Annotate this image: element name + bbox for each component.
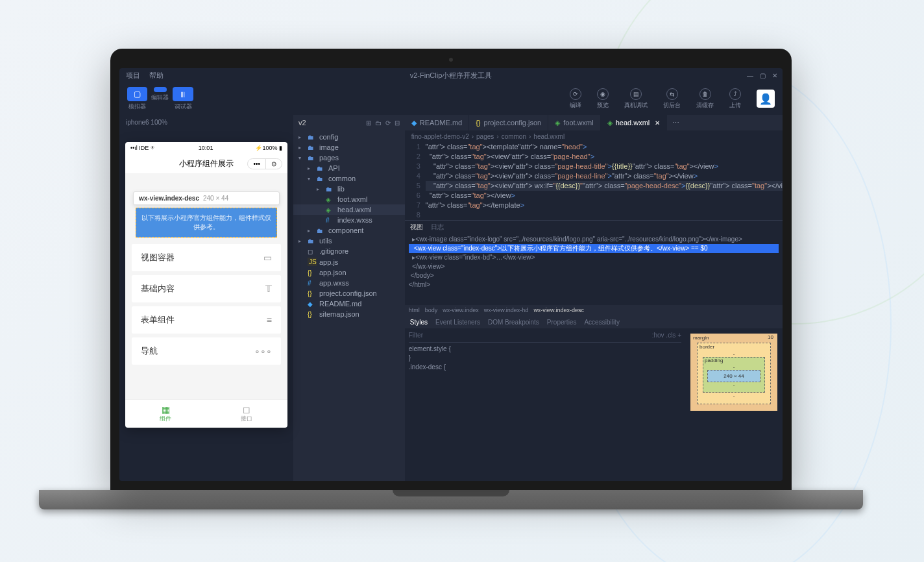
minimize-icon[interactable]: —	[747, 72, 753, 79]
crumb-item[interactable]: wx-view.index-desc	[533, 307, 584, 313]
editor-tab[interactable]: ◆README.md	[405, 115, 469, 130]
app-screen: 项目帮助 v2-FinClip小程序开发工具 — ▢ ✕ ▢模拟器编辑器⫼调试器…	[119, 68, 783, 481]
tree-node[interactable]: {}app.json	[293, 267, 405, 278]
new-folder-icon[interactable]: 🗀	[375, 119, 382, 127]
action-编译[interactable]: ⟳编译	[566, 88, 585, 110]
page-title: 小程序组件展示	[179, 158, 234, 169]
menu-item[interactable]: 帮助	[149, 71, 164, 80]
tree-node[interactable]: {}project.config.json	[293, 288, 405, 299]
mode-button[interactable]: ▢	[127, 87, 147, 101]
action-预览[interactable]: ◉预览	[593, 88, 613, 110]
title-bar: 项目帮助 v2-FinClip小程序开发工具 — ▢ ✕	[119, 68, 783, 82]
styles-tabs: StylesEvent ListenersDOM BreakpointsProp…	[405, 315, 783, 328]
dom-tree[interactable]: ▸<wx-image class="index-logo" src="../re…	[405, 234, 783, 305]
toolbar: ▢模拟器编辑器⫼调试器 ⟳编译◉预览▤真机调试⇆切后台🗑清缓存⤴上传 👤	[119, 82, 783, 115]
action-清缓存[interactable]: 🗑清缓存	[692, 88, 718, 110]
laptop-mockup: 项目帮助 v2-FinClip小程序开发工具 — ▢ ✕ ▢模拟器编辑器⫼调试器…	[110, 49, 792, 509]
tree-node[interactable]: ◈head.wxml	[293, 204, 405, 215]
device-indicator: iphone6 100%	[119, 115, 293, 129]
editor-tabs: ◆README.md{}project.config.json◈foot.wxm…	[405, 115, 783, 130]
tree-node[interactable]: #app.wxss	[293, 278, 405, 288]
tree-node[interactable]: ▾🖿pages	[293, 153, 405, 163]
new-file-icon[interactable]: ⊞	[366, 119, 371, 127]
style-tab[interactable]: Styles	[410, 319, 428, 326]
action-上传[interactable]: ⤴上传	[725, 88, 745, 110]
project-root: v2	[298, 119, 306, 127]
window-title: v2-FinClip小程序开发工具	[410, 71, 492, 80]
collapse-icon[interactable]: ⊟	[395, 119, 400, 127]
refresh-icon[interactable]: ⟳	[385, 119, 391, 127]
style-tab[interactable]: DOM Breakpoints	[488, 319, 539, 326]
highlighted-element[interactable]: 以下将展示小程序官方组件能力，组件样式仅供参考。	[136, 208, 277, 238]
close-icon[interactable]: ✕	[772, 72, 777, 79]
tree-node[interactable]: ◻.gitignore	[293, 246, 405, 256]
window-controls[interactable]: — ▢ ✕	[747, 72, 777, 79]
tree-node[interactable]: {}sitemap.json	[293, 309, 405, 319]
tree-node[interactable]: ◆README.md	[293, 299, 405, 309]
style-tab[interactable]: Accessibility	[584, 319, 619, 326]
tree-node[interactable]: ▸🖿component	[293, 225, 405, 236]
breadcrumb: fino-applet-demo-v2 › pages › common › h…	[405, 130, 783, 142]
maximize-icon[interactable]: ▢	[760, 72, 766, 79]
crumb-item[interactable]: body	[425, 307, 438, 313]
tabbar-item[interactable]: ◻接口	[206, 400, 287, 428]
list-item[interactable]: 基础内容𝕋	[132, 275, 281, 302]
mode-button[interactable]: ⫼	[173, 87, 193, 101]
editor-tab[interactable]: ◈head.wxml✕	[601, 115, 668, 130]
phone-status-bar: ••ıl IDE ᯤ 10:01 ⚡100% ▮	[125, 142, 287, 154]
simulator-panel: iphone6 100% ••ıl IDE ᯤ 10:01 ⚡100% ▮ 小程…	[119, 115, 293, 481]
phone-nav-bar: 小程序组件展示 •••⊙	[125, 154, 287, 173]
tree-node[interactable]: ▸🖿utils	[293, 236, 405, 246]
editor-tab[interactable]: {}project.config.json	[469, 115, 548, 130]
inspector-tooltip: wx-view.index-desc240 × 44	[133, 191, 280, 205]
style-rules[interactable]: Filter:hov .cls +element.style {}.index-…	[405, 328, 685, 481]
tree-node[interactable]: ◈foot.wxml	[293, 194, 405, 204]
style-tab[interactable]: Event Listeners	[435, 319, 480, 326]
tree-node[interactable]: JSapp.js	[293, 256, 405, 267]
code-editor[interactable]: 12345678 "attr"> class="tag"><template"a…	[405, 142, 783, 220]
user-avatar[interactable]: 👤	[757, 90, 775, 108]
inspector-tab[interactable]: 日志	[431, 223, 444, 232]
devtools-inspector: 视图日志 ▸<wx-image class="index-logo" src="…	[405, 220, 783, 481]
crumb-item[interactable]: wx-view.index-hd	[484, 307, 529, 313]
tree-node[interactable]: ▸🖿config	[293, 132, 405, 142]
list-item[interactable]: 导航∘∘∘	[132, 337, 281, 365]
style-tab[interactable]: Properties	[547, 319, 577, 326]
capsule-button[interactable]: •••⊙	[247, 158, 282, 169]
action-真机调试[interactable]: ▤真机调试	[620, 88, 651, 110]
tab-overflow-icon[interactable]: ⋯	[667, 115, 685, 130]
tree-node[interactable]: ▸🖿API	[293, 163, 405, 173]
phone-tab-bar: ▦组件◻接口	[125, 399, 287, 428]
inspector-tab[interactable]: 视图	[410, 223, 423, 232]
tree-node[interactable]: ▾🖿common	[293, 173, 405, 184]
file-explorer: v2 ⊞ 🗀 ⟳ ⊟ ▸🖿config▸🖿image▾🖿pages▸🖿API▾🖿…	[293, 115, 405, 481]
tree-node[interactable]: ▸🖿image	[293, 142, 405, 153]
editor-panel: ◆README.md{}project.config.json◈foot.wxm…	[405, 115, 783, 481]
tree-node[interactable]: ▸🖿lib	[293, 184, 405, 194]
box-model: 10 - - 240 × 44- -	[685, 328, 783, 481]
tabbar-item[interactable]: ▦组件	[125, 400, 206, 428]
close-tab-icon: ✕	[655, 119, 660, 127]
dom-breadcrumb[interactable]: htmlbodywx-view.indexwx-view.index-hdwx-…	[405, 305, 783, 315]
tree-node[interactable]: #index.wxss	[293, 215, 405, 225]
crumb-item[interactable]: html	[409, 307, 420, 313]
list-item[interactable]: 视图容器▭	[132, 244, 281, 271]
menu-item[interactable]: 项目	[126, 71, 140, 80]
mode-button[interactable]	[154, 87, 167, 92]
editor-tab[interactable]: ◈foot.wxml	[548, 115, 600, 130]
phone-frame: ••ıl IDE ᯤ 10:01 ⚡100% ▮ 小程序组件展示 •••⊙ wx…	[125, 142, 287, 428]
list-item[interactable]: 表单组件≡	[132, 306, 281, 334]
crumb-item[interactable]: wx-view.index	[443, 307, 479, 313]
action-切后台[interactable]: ⇆切后台	[659, 88, 685, 110]
filter-input[interactable]: Filter	[409, 331, 423, 340]
